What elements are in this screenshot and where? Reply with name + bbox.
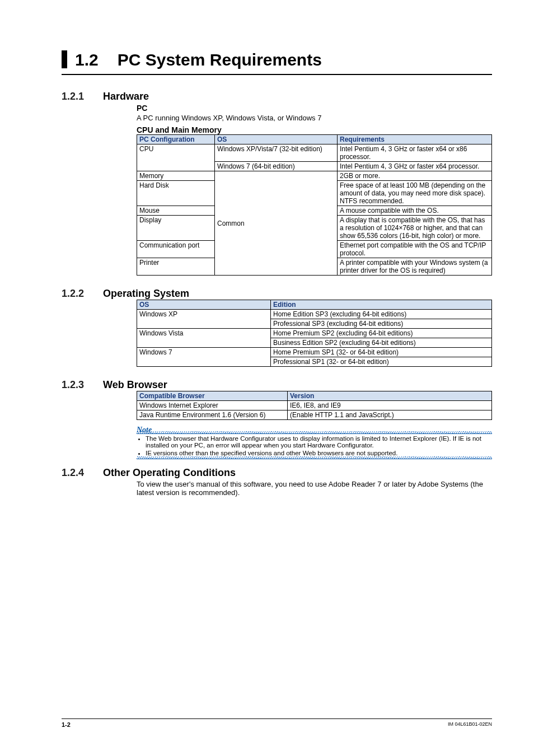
subsection-title: Operating System (103, 288, 189, 300)
subsection-title: Other Operating Conditions (103, 467, 236, 479)
cell: Memory (137, 171, 215, 181)
hardware-requirements-table: PC Configuration OS Requirements CPU Win… (137, 134, 492, 276)
subsection-title: Web Browser (103, 379, 167, 391)
cell-common: Common (215, 171, 338, 276)
cell: A display that is compatible with the OS… (338, 216, 492, 241)
table-row: CPU Windows XP/Vista/7 (32-bit edition) … (137, 144, 492, 162)
cell: Home Premium SP2 (excluding 64-bit editi… (271, 329, 492, 338)
note-divider-icon (137, 431, 492, 434)
note-block: Note The Web browser that Hardware Confi… (137, 424, 492, 459)
cell: Windows Internet Explorer (137, 401, 288, 410)
cell: Business Edition SP2 (excluding 64-bit e… (271, 338, 492, 348)
col-os: OS (137, 300, 271, 310)
table-row: Windows Vista Home Premium SP2 (excludin… (137, 329, 492, 338)
cell: Home Edition SP3 (excluding 64-bit editi… (271, 310, 492, 319)
col-requirements: Requirements (338, 135, 492, 144)
col-os: OS (215, 135, 338, 144)
table-header-row: PC Configuration OS Requirements (137, 135, 492, 144)
subsection-heading: 1.2.3 Web Browser (62, 379, 492, 391)
operating-system-table: OS Edition Windows XP Home Edition SP3 (… (137, 300, 492, 367)
cell: Communication port (137, 241, 215, 258)
cell: Mouse (137, 206, 215, 216)
col-browser: Compatible Browser (137, 391, 288, 401)
col-version: Version (288, 391, 492, 401)
cell: Windows 7 (64-bit edition) (215, 162, 338, 171)
cell: Professional SP1 (32- or 64-bit edition) (271, 357, 492, 367)
table-row: Memory Common 2GB or more. (137, 171, 492, 181)
note-item: IE versions other than the specified ver… (146, 450, 492, 456)
note-divider-icon (137, 456, 492, 459)
cell: Printer (137, 258, 215, 276)
cell: IE6, IE8, and IE9 (288, 401, 492, 410)
web-browser-table: Compatible Browser Version Windows Inter… (137, 391, 492, 420)
cell: Intel Pentium 4, 3 GHz or faster x64 or … (338, 144, 492, 162)
subsection-heading: 1.2.4 Other Operating Conditions (62, 467, 492, 479)
cell: CPU (137, 144, 215, 171)
subsection-heading: 1.2.1 Hardware (62, 91, 492, 102)
cell: Windows 7 (137, 348, 271, 367)
cell: Display (137, 216, 215, 241)
subsection-number: 1.2.4 (62, 467, 103, 479)
page-number: 1-2 (62, 721, 71, 728)
pc-description: A PC running Windows XP, Windows Vista, … (137, 114, 492, 122)
page-footer: 1-2 IM 04L61B01-02EN (62, 718, 492, 728)
pc-heading: PC (137, 104, 492, 113)
subsection-number: 1.2.1 (62, 91, 103, 102)
cell: Ethernet port compatible with the OS and… (338, 241, 492, 258)
cell: Free space of at least 100 MB (depending… (338, 181, 492, 206)
cell: Windows Vista (137, 329, 271, 348)
document-id: IM 04L61B01-02EN (448, 721, 492, 728)
cpu-memory-heading: CPU and Main Memory (137, 125, 492, 134)
table-header-row: OS Edition (137, 300, 492, 310)
cell: A printer compatible with your Windows s… (338, 258, 492, 276)
cell: Intel Pentium 4, 3 GHz or faster x64 pro… (338, 162, 492, 171)
subsection-number: 1.2.2 (62, 288, 103, 300)
note-list: The Web browser that Hardware Configurat… (137, 435, 492, 456)
section-number: 1.2 (75, 50, 99, 69)
cell: Windows XP (137, 310, 271, 329)
cell: Java Runtime Environment 1.6 (Version 6) (137, 410, 288, 420)
cell: Windows XP/Vista/7 (32-bit edition) (215, 144, 338, 162)
title-bar-ornament (62, 50, 67, 68)
cell: A mouse compatible with the OS. (338, 206, 492, 216)
note-item: The Web browser that Hardware Configurat… (146, 435, 492, 449)
cell: Home Premium SP1 (32- or 64-bit edition) (271, 348, 492, 357)
subsection-heading: 1.2.2 Operating System (62, 288, 492, 300)
note-label: Note (137, 426, 152, 434)
cell: Hard Disk (137, 181, 215, 206)
cell: (Enable HTTP 1.1 and JavaScript.) (288, 410, 492, 420)
subsection-number: 1.2.3 (62, 379, 103, 391)
cell: Professional SP3 (excluding 64-bit editi… (271, 319, 492, 329)
page-title-row: 1.2 PC System Requirements (62, 50, 492, 75)
section-title: PC System Requirements (118, 50, 322, 69)
subsection-title: Hardware (103, 91, 149, 102)
table-row: Java Runtime Environment 1.6 (Version 6)… (137, 410, 492, 420)
table-header-row: Compatible Browser Version (137, 391, 492, 401)
table-row: Windows 7 Home Premium SP1 (32- or 64-bi… (137, 348, 492, 357)
other-conditions-text: To view the user's manual of this softwa… (137, 480, 492, 497)
table-row: Windows Internet Explorer IE6, IE8, and … (137, 401, 492, 410)
col-edition: Edition (271, 300, 492, 310)
table-row: Windows XP Home Edition SP3 (excluding 6… (137, 310, 492, 319)
col-pc-configuration: PC Configuration (137, 135, 215, 144)
cell: 2GB or more. (338, 171, 492, 181)
